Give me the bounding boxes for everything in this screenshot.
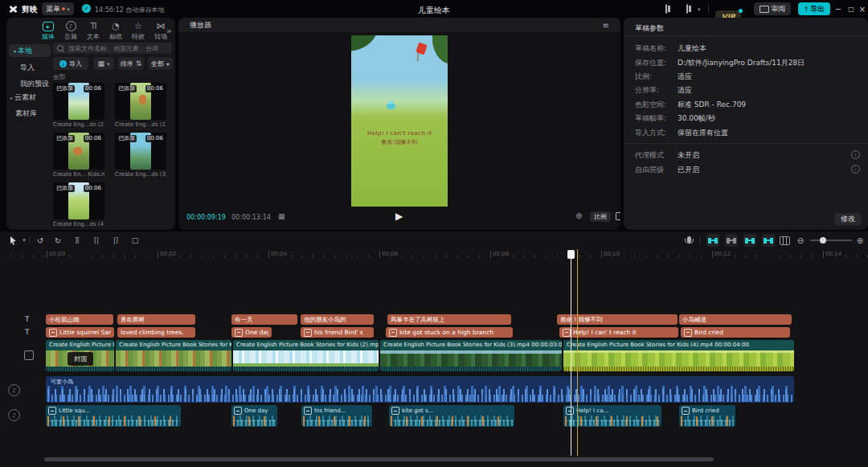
media-item[interactable]: 已添加 00:06 [115,83,166,120]
audio-track-icon[interactable]: ♪ [8,409,20,421]
playhead-handle[interactable] [567,250,575,259]
layout-switch-icon[interactable] [686,4,688,14]
zoom-out-button[interactable] [794,234,807,247]
sidebar-item-import[interactable]: 导入 [20,63,35,73]
text-clip-cn[interactable]: 救命！我够不到 [557,314,678,325]
auto-snap-toggle[interactable] [725,234,738,247]
video-clip[interactable]: Create English Picture Book Stories for … [116,340,231,371]
kite-graphic [416,43,427,55]
media-item[interactable]: 已添加 00:06 [115,133,166,170]
text-track-icon[interactable]: T [25,329,29,336]
video-preview[interactable]: Help! I can't reach it 救命!我够不到 [351,35,448,207]
sidebar-item-library[interactable]: 素材库 [15,109,37,119]
timeline: ][ [| |] □ 00:00 00:02 00:04 00:06 00:08… [0,231,868,467]
text-clip-cn[interactable]: 喜欢爬树 [117,314,195,325]
close-button[interactable]: × [857,3,868,14]
sort-button[interactable]: 排序 [118,57,144,70]
sidebar-item-local[interactable]: ▾ 本地 [9,44,51,57]
layout-chevron-icon[interactable] [698,5,701,13]
cover-button[interactable]: 封面 [68,352,93,366]
duration-badge: 00:06 [145,85,165,92]
text-clip-en[interactable]: kite got stuck on a high branch [386,327,513,338]
added-badge: 已添加 [55,85,75,92]
aspect-ratio-button[interactable]: 比例 [590,211,611,222]
sidebar-item-cloud[interactable]: ▸云素材 [10,92,36,103]
voice-clip[interactable]: Little squ... [46,405,181,427]
zoom-in-button[interactable] [854,234,866,247]
video-clip[interactable]: Create English Picture Book Stories for … [233,340,379,371]
voice-clip[interactable]: his friend... [301,405,372,427]
media-item[interactable]: 已添加 00:06 [53,182,104,219]
added-badge: 已添加 [117,135,137,142]
tab-text[interactable]: 文本 [83,21,104,41]
undo-button[interactable] [34,234,47,247]
text-clip-cn[interactable]: 风筝卡在了高树枝上 [387,314,511,325]
tts-badge-icon [48,407,56,415]
player-menu-icon[interactable] [603,21,609,30]
text-clip-cn[interactable]: 小松鼠山姆 [46,314,113,325]
subtitle-badge-icon [684,329,692,337]
fullscreen-icon[interactable] [616,212,620,220]
global-preview-button[interactable] [778,234,791,247]
text-clip-en[interactable]: Bird cried [681,327,790,338]
mirror-grid-icon[interactable] [278,212,285,220]
zoom-slider-track[interactable] [810,240,852,241]
layout-panel-icon[interactable] [665,4,667,14]
import-media-button[interactable]: 导入 [53,57,88,70]
voice-clip[interactable]: kite got s... [389,405,514,427]
split-button[interactable]: ][ [71,234,84,247]
crop-right-button[interactable]: |] [109,234,122,247]
video-clip[interactable]: Create English Picture Book Stories for … [380,340,562,371]
redo-button[interactable] [51,234,64,247]
voice-clip[interactable]: Bird cried [679,405,735,427]
media-item[interactable]: 已添加 00:06 [53,83,104,120]
tab-media[interactable]: 媒体 [38,21,59,41]
maximize-button[interactable]: □ [845,3,857,14]
text-clip-en[interactable]: One day [231,327,272,338]
review-button[interactable]: 审阅 [754,2,791,15]
voice-clip[interactable]: Help! I ca... [563,405,661,427]
record-voiceover-button[interactable] [682,234,695,247]
link-toggle[interactable] [743,234,756,247]
tts-badge-icon [682,407,690,415]
main-track-magnet-toggle[interactable] [706,234,719,247]
preview-quality-icon[interactable] [575,211,582,220]
playhead-line[interactable] [571,251,571,456]
subtitle-badge-icon [49,329,57,337]
video-track-icon[interactable] [24,350,34,360]
export-button[interactable]: 导出 [798,2,830,15]
tab-audio[interactable]: 音频 [60,21,81,41]
text-clip-en[interactable]: his friend Bird' s [301,327,374,338]
text-clip-cn[interactable]: 有一天 [231,314,297,325]
text-clip-en[interactable]: loved climbing trees. [117,327,195,338]
delete-button[interactable]: □ [129,234,141,247]
audio-track-icon[interactable]: ♪ [8,384,20,396]
timeline-ruler[interactable]: 00:00 00:02 00:04 00:06 00:08 00:10 00:1… [0,249,868,262]
info-icon[interactable] [851,150,860,159]
sidebar-item-presets[interactable]: 我的预设 [20,79,49,89]
view-mode-dropdown[interactable] [93,57,114,70]
preview-axis-toggle[interactable] [762,234,775,247]
music-clip[interactable]: 可爱小鸟 [46,376,794,403]
minimize-button[interactable]: − [833,3,844,14]
more-tabs-icon[interactable] [166,26,172,36]
play-button[interactable] [395,211,403,222]
search-input[interactable] [67,44,168,53]
video-clip[interactable]: Create English Picture Book Stories for … [563,340,794,371]
tab-effects[interactable]: 特效 [128,21,149,41]
filter-button[interactable]: 全部 [148,57,173,70]
text-clip-cn[interactable]: 小鸟喊道 [679,314,792,325]
text-clip-en[interactable]: Little squirrel Sam [46,327,114,338]
voice-clip[interactable]: One day [231,405,277,427]
horizontal-scrollbar[interactable] [44,457,714,461]
search-box[interactable] [53,43,172,54]
tab-sticker[interactable]: 贴纸 [105,21,126,41]
text-track-icon[interactable]: T [25,316,29,323]
text-clip-cn[interactable]: 他的朋友小鸟的 [301,314,374,325]
info-icon[interactable] [851,165,860,174]
zoom-slider-handle[interactable] [820,237,826,244]
filter-icon [166,60,170,68]
crop-left-button[interactable]: [| [90,234,103,247]
modify-button[interactable]: 修改 [834,213,862,225]
media-item[interactable]: 已添加 00:06 [53,133,104,170]
